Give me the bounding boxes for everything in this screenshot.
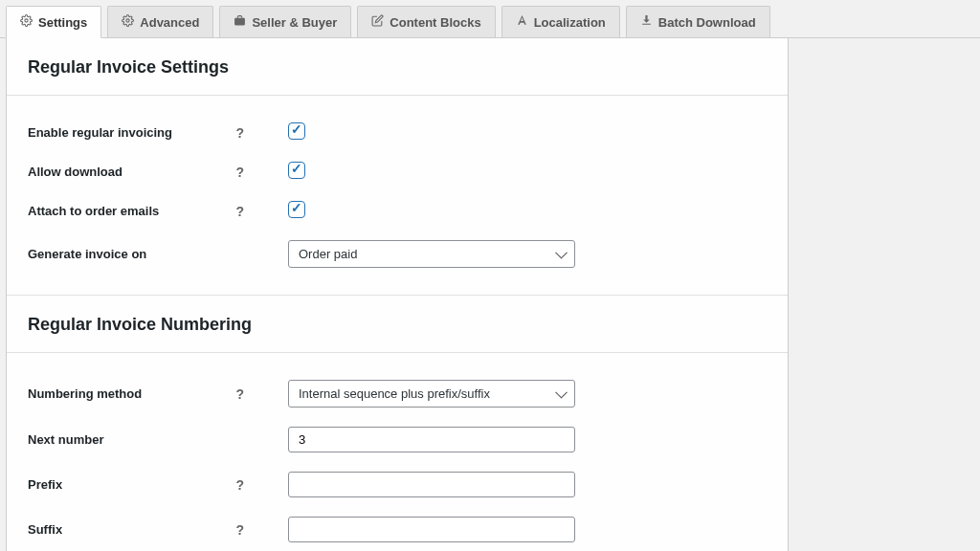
edit-icon: [371, 14, 384, 30]
help-icon[interactable]: ?: [235, 204, 244, 219]
tab-label: Batch Download: [658, 15, 756, 30]
label-allow-download: Allow download: [28, 165, 122, 179]
svg-point-0: [25, 19, 28, 22]
tab-label: Seller & Buyer: [252, 15, 337, 30]
field-prefix: Prefix ?: [28, 462, 767, 507]
download-icon: [640, 14, 653, 30]
tab-label: Localization: [534, 15, 606, 30]
settings-icon: [20, 14, 33, 30]
label-enable-invoicing: Enable regular invoicing: [28, 125, 172, 140]
tab-label: Content Blocks: [390, 15, 480, 30]
help-icon[interactable]: ?: [235, 522, 244, 538]
svg-point-1: [126, 19, 129, 22]
checkbox-enable-invoicing[interactable]: [288, 122, 305, 140]
tab-content-blocks[interactable]: Content Blocks: [357, 6, 495, 37]
label-next-number: Next number: [28, 432, 103, 447]
help-icon[interactable]: ?: [235, 386, 244, 402]
tab-bar: Settings Advanced Seller & Buyer Content…: [0, 0, 980, 38]
help-icon[interactable]: ?: [235, 477, 244, 493]
select-generate-on[interactable]: Order paid: [288, 240, 575, 268]
label-attach-emails: Attach to order emails: [28, 204, 159, 218]
invoice-numbering-form: Numbering method ? Internal sequence plu…: [7, 353, 788, 551]
field-enable-invoicing: Enable regular invoicing ?: [28, 113, 767, 152]
briefcase-icon: [234, 14, 246, 30]
field-attach-emails: Attach to order emails ?: [28, 191, 767, 231]
label-suffix: Suffix: [28, 522, 62, 537]
field-allow-download: Allow download ?: [28, 152, 767, 191]
tab-localization[interactable]: Localization: [501, 6, 620, 37]
section-title-invoice-settings: Regular Invoice Settings: [7, 38, 788, 96]
tab-seller-buyer[interactable]: Seller & Buyer: [219, 6, 351, 37]
field-next-number: Next number: [28, 417, 767, 462]
help-icon[interactable]: ?: [235, 125, 244, 141]
checkbox-attach-emails[interactable]: [288, 201, 305, 218]
tab-batch-download[interactable]: Batch Download: [626, 6, 770, 37]
settings-icon: [122, 14, 134, 30]
section-title-invoice-numbering: Regular Invoice Numbering: [7, 296, 788, 353]
tab-label: Advanced: [140, 15, 199, 30]
tab-advanced[interactable]: Advanced: [107, 6, 213, 37]
field-generate-on: Generate invoice on Order paid: [28, 231, 767, 277]
label-numbering-method: Numbering method: [28, 386, 142, 401]
help-icon[interactable]: ?: [235, 165, 244, 180]
settings-content: Regular Invoice Settings Enable regular …: [6, 38, 789, 551]
svg-rect-2: [235, 18, 246, 26]
label-prefix: Prefix: [28, 477, 62, 492]
input-prefix[interactable]: [288, 472, 575, 497]
invoice-settings-form: Enable regular invoicing ? Allow downloa…: [7, 96, 788, 295]
input-next-number[interactable]: [288, 427, 575, 452]
label-generate-on: Generate invoice on: [28, 247, 146, 261]
field-numbering-method: Numbering method ? Internal sequence plu…: [28, 370, 767, 417]
font-icon: [516, 14, 528, 30]
tab-label: Settings: [38, 15, 87, 30]
select-numbering-method[interactable]: Internal sequence plus prefix/suffix: [288, 380, 575, 408]
field-suffix: Suffix ?: [28, 507, 767, 551]
checkbox-allow-download[interactable]: [288, 162, 305, 179]
tab-settings[interactable]: Settings: [6, 6, 101, 38]
input-suffix[interactable]: [288, 517, 575, 542]
